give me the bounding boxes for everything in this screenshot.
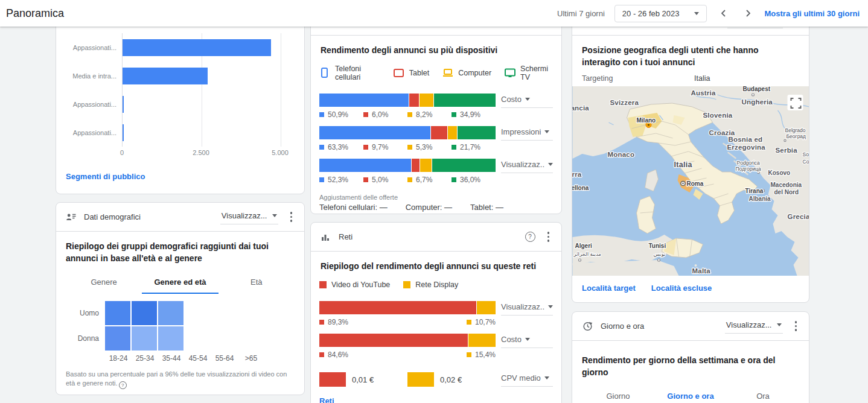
demographics-tabs: GenereGenere ed etàEtà [56,273,304,294]
bar [319,372,346,387]
chevron-down-icon [548,305,553,308]
heatmap-cell [105,326,130,351]
kebab-menu-icon[interactable] [793,27,800,28]
tab-genere-ed-et[interactable]: Genere ed età [142,273,218,294]
day-time-view-dropdown[interactable]: Visualizzaz... [725,319,783,334]
audience-segments-card: Appassionati...Media e intra...Appassion… [56,27,305,194]
map-label-ungheria: Ungheria [742,98,773,106]
heatmap-cell [105,301,130,325]
map-label-budapest: Budapest [743,86,771,92]
kebab-menu-icon[interactable] [545,27,552,28]
metric-dropdown-visualizzaz[interactable]: Visualizzaz... [501,160,553,173]
chevron-down-icon [272,214,277,217]
kebab-menu-icon[interactable] [288,209,295,224]
percentage-label: 8,2% [407,110,452,119]
legend-item-video-di-youtube: Video di YouTube [319,281,390,289]
heatmap-column-label: 35-44 [158,354,185,363]
map-label-: تونس [654,251,666,257]
bar-segment [434,94,496,107]
tv-icon [505,68,515,78]
tab-ora[interactable]: Ora [727,387,799,403]
map-label-ancia: ancia [572,104,589,112]
kebab-menu-icon[interactable] [793,319,800,334]
cpv-bars: 0,01 €0,02 € [319,372,496,387]
percentage-label: 5,0% [363,176,407,184]
heatmap-column-label: 18-24 [105,354,132,363]
cpv-value: 0,02 € [407,372,496,387]
demographics-view-dropdown[interactable]: Visualizzaz... [220,210,278,224]
metric-dropdown-visualizzaz[interactable]: Visualizzaz... [501,302,553,316]
next-period-button[interactable] [741,6,755,21]
percentage-label: 63,3% [319,143,363,151]
chevron-down-icon [694,12,699,15]
heatmap-cell [185,301,210,325]
bar-segment [319,159,412,172]
bar-segment [432,159,496,172]
map-label-cod: Cod [803,159,809,165]
bar-chart-icon [321,232,331,243]
percentage-label: 89,3% [319,318,348,326]
map-label-monaco: Monaco [608,151,635,158]
bar [123,39,271,56]
percentage-label: 36,0% [452,176,496,184]
bar [407,372,434,387]
chevron-down-icon [525,338,530,341]
previous-period-button[interactable] [716,6,731,21]
map-sardinia [637,196,656,233]
heatmap-row-label: Donna [66,334,105,343]
map-label-slovenia: Slovenia [703,112,733,119]
italy-map[interactable]: anciaSvizzeraAustriaBudapestUngheriaSlov… [572,86,809,276]
heatmap-cell [132,301,157,325]
audience-bar-row: Appassionati... [66,118,295,147]
locations-links: Località target Località escluse [572,276,809,293]
roma-marker [681,181,685,185]
show-last-30-days-link[interactable]: Mostra gli ultimi 30 giorni [765,9,860,18]
fullscreen-button[interactable] [788,95,803,110]
map-label-tirana: Tirana [745,188,764,194]
bar-segment [420,94,434,107]
legend-item-schermi-tv: Schermi TV [505,65,553,81]
stacked-bar-row-impressioni: 63,3%9,7%5,3%21,7%Impressioni [319,126,553,151]
legend-square-icon [403,281,410,288]
tab-genere[interactable]: Genere [66,273,142,294]
heatmap-cells [105,326,263,351]
help-icon[interactable] [525,232,535,242]
tab-et[interactable]: Età [219,273,295,294]
percentage-label: 15,4% [467,351,496,359]
bar [123,68,208,84]
map-label-tunisi: Tunisi [649,243,666,249]
legend-item-computer: Computer [442,68,491,78]
networks-card-title: Reti [339,232,353,241]
tab-giorno-e-ora[interactable]: Giorno e ora [654,387,727,403]
metric-dropdown-costo[interactable]: Costo [501,335,553,348]
map-label-albania: Albania [749,195,771,202]
percentage-label: 50,9% [319,110,363,119]
networks-link[interactable]: Reti [319,396,334,403]
chevron-down-icon [777,323,782,326]
metric-dropdown-costo[interactable]: Costo [501,95,553,108]
map-label-sof: Sof [803,151,809,157]
bar-segment [458,126,496,139]
stacked-bar-row-costo: 50,9%6,0%8,2%34,9%Costo [319,94,553,119]
networks-card-header: Reti [311,223,561,252]
excluded-locations-link[interactable]: Località escluse [651,284,712,293]
cpv-metric-dropdown[interactable]: CPV medio [501,373,553,387]
legend-square-icon [467,320,471,325]
ads-overview-screen: Panoramica Ultimi 7 giorni 20 - 26 feb 2… [0,0,868,403]
audience-segments-link[interactable]: Segmenti di pubblico [66,172,145,181]
audience-plot-area [122,90,281,118]
heatmap-cell [158,326,183,351]
devices-card-header: Dispositivi [311,27,561,36]
tab-giorno[interactable]: Giorno [582,387,654,403]
date-picker-dropdown[interactable]: 20 - 26 feb 2023 [614,5,707,22]
date-range-label: Ultimi 7 giorni [557,9,605,18]
help-icon[interactable] [119,381,127,389]
target-locations-link[interactable]: Località target [582,284,636,293]
legend-square-icon [319,281,327,288]
percentage-labels: 84,6%15,4% [319,351,496,359]
targeting-label: Targeting [582,74,694,83]
devices-question: Rendimento degli annunci su più disposit… [311,36,561,56]
locations-view-dropdown[interactable] [727,27,783,28]
metric-dropdown-impressioni[interactable]: Impressioni [501,127,553,141]
kebab-menu-icon[interactable] [545,229,552,244]
